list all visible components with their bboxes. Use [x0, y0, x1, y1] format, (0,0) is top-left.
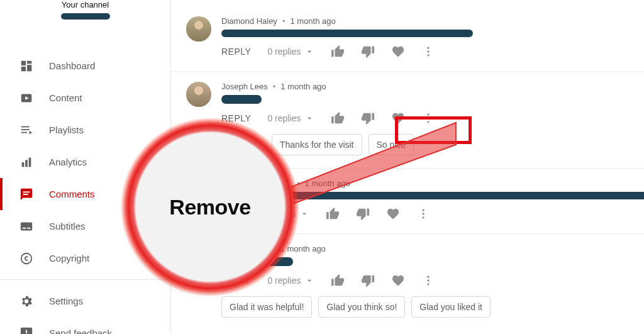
- comment-actions: REPLY 0 replies: [221, 274, 629, 287]
- svg-point-23: [428, 54, 430, 56]
- heart-button[interactable]: [386, 207, 400, 221]
- sidebar-item-feedback[interactable]: Send feedback: [0, 317, 170, 334]
- avatar[interactable]: [186, 16, 211, 42]
- comments-icon: [19, 187, 34, 202]
- replies-count-label: 0 replies: [267, 113, 301, 123]
- comment-text-redacted: [259, 192, 644, 199]
- sidebar-item-dashboard[interactable]: Dashboard: [0, 50, 170, 82]
- dislike-button[interactable]: [361, 45, 375, 58]
- playlists-icon: [19, 123, 34, 138]
- svg-rect-11: [25, 160, 28, 167]
- svg-point-29: [422, 216, 424, 218]
- svg-marker-9: [30, 130, 33, 134]
- heart-button[interactable]: [391, 274, 405, 287]
- svg-point-26: [428, 121, 430, 123]
- sidebar-item-settings[interactable]: Settings: [0, 285, 170, 317]
- comment-time: 1 month ago: [280, 82, 326, 91]
- copyright-icon: [19, 251, 34, 266]
- svg-point-28: [422, 213, 424, 214]
- svg-point-24: [428, 114, 430, 116]
- feedback-icon: [19, 326, 34, 335]
- svg-rect-8: [21, 131, 27, 133]
- replies-count[interactable]: 0 replies: [267, 47, 314, 57]
- svg-rect-10: [22, 162, 25, 167]
- svg-rect-12: [29, 157, 31, 167]
- dislike-button[interactable]: [361, 111, 375, 125]
- avatar[interactable]: [186, 82, 211, 107]
- sidebar-item-playlists[interactable]: Playlists: [0, 114, 170, 146]
- dislike-button[interactable]: [361, 274, 375, 287]
- heart-button[interactable]: [391, 45, 405, 58]
- svg-point-25: [428, 117, 430, 119]
- sidebar-item-label: Copyright: [49, 253, 89, 264]
- replies-count-label: 0 replies: [267, 47, 301, 57]
- like-button[interactable]: [331, 45, 345, 58]
- svg-point-32: [428, 283, 430, 285]
- channel-title: Your channel: [0, 0, 170, 9]
- svg-rect-17: [27, 227, 30, 228]
- sidebar-item-label: Send feedback: [49, 328, 112, 334]
- sidebar-item-label: Analytics: [49, 157, 87, 167]
- svg-point-31: [428, 279, 430, 281]
- replies-count[interactable]: 0 replies: [267, 113, 314, 123]
- comment-author[interactable]: Joseph Lees: [221, 82, 268, 91]
- chevron-down-icon: [304, 113, 314, 123]
- svg-rect-3: [21, 66, 26, 70]
- svg-point-30: [428, 276, 430, 278]
- svg-rect-1: [27, 60, 31, 64]
- more-options-button[interactable]: [421, 111, 435, 125]
- dashboard-icon: [19, 58, 34, 74]
- svg-rect-13: [23, 191, 30, 192]
- quick-reply-chips: Thanks for the visit So nice: [272, 134, 629, 155]
- comment-time: 1 month ago: [290, 16, 335, 26]
- quick-reply-chip[interactable]: Glad you liked it: [411, 296, 491, 318]
- quick-reply-chip[interactable]: Glad you think so!: [318, 296, 405, 318]
- svg-point-22: [428, 50, 430, 52]
- sidebar-item-content[interactable]: Content: [0, 82, 170, 114]
- analytics-icon: [19, 155, 34, 170]
- comment-actions: REPLY 0 replies: [221, 45, 629, 58]
- chevron-down-icon: [304, 47, 314, 57]
- sidebar-item-label: Settings: [49, 296, 83, 306]
- reply-button[interactable]: REPLY: [221, 47, 251, 57]
- more-options-button[interactable]: [416, 207, 430, 221]
- like-button[interactable]: [331, 111, 345, 125]
- nav-separator: [0, 279, 170, 280]
- channel-header: Your channel: [0, 0, 170, 28]
- annotation-label: Remove: [169, 195, 250, 220]
- annotation-magnifier: Remove: [129, 126, 291, 288]
- chevron-down-icon: [304, 276, 314, 286]
- svg-point-18: [21, 253, 32, 264]
- svg-rect-14: [23, 194, 28, 195]
- comment-item: Diamond Haley • 1 month ago REPLY 0 repl…: [171, 0, 644, 72]
- sidebar-item-label: Subtitles: [49, 221, 86, 231]
- heart-button[interactable]: [391, 111, 405, 125]
- content-icon: [19, 91, 34, 106]
- settings-icon: [19, 294, 34, 309]
- comment-text-redacted: [221, 30, 473, 37]
- svg-rect-6: [21, 126, 30, 127]
- quick-reply-chip[interactable]: Glad it was helpful!: [221, 296, 312, 318]
- sidebar-item-label: Comments: [49, 189, 95, 199]
- like-button[interactable]: [331, 274, 345, 287]
- comment-time: 1 month ago: [305, 179, 350, 188]
- like-button[interactable]: [326, 207, 340, 221]
- svg-rect-2: [27, 65, 31, 71]
- svg-rect-15: [21, 222, 32, 230]
- quick-reply-chips: Glad it was helpful! Glad you think so! …: [221, 296, 629, 318]
- comment-author[interactable]: Diamond Haley: [221, 16, 277, 26]
- svg-point-27: [422, 209, 424, 211]
- svg-rect-19: [26, 330, 27, 333]
- replies-count-label: 0 replies: [267, 276, 301, 286]
- more-options-button[interactable]: [421, 45, 435, 58]
- sidebar-item-label: Dashboard: [49, 60, 95, 71]
- replies-count[interactable]: 0 replies: [267, 276, 314, 286]
- quick-reply-chip[interactable]: Thanks for the visit: [272, 134, 362, 155]
- more-options-button[interactable]: [421, 274, 435, 287]
- sidebar-item-label: Content: [49, 92, 82, 103]
- dislike-button[interactable]: [356, 207, 370, 221]
- subtitles-icon: [19, 219, 34, 234]
- comment-text-redacted: [221, 95, 262, 104]
- svg-rect-0: [21, 60, 26, 65]
- quick-reply-chip[interactable]: So nice: [369, 134, 414, 155]
